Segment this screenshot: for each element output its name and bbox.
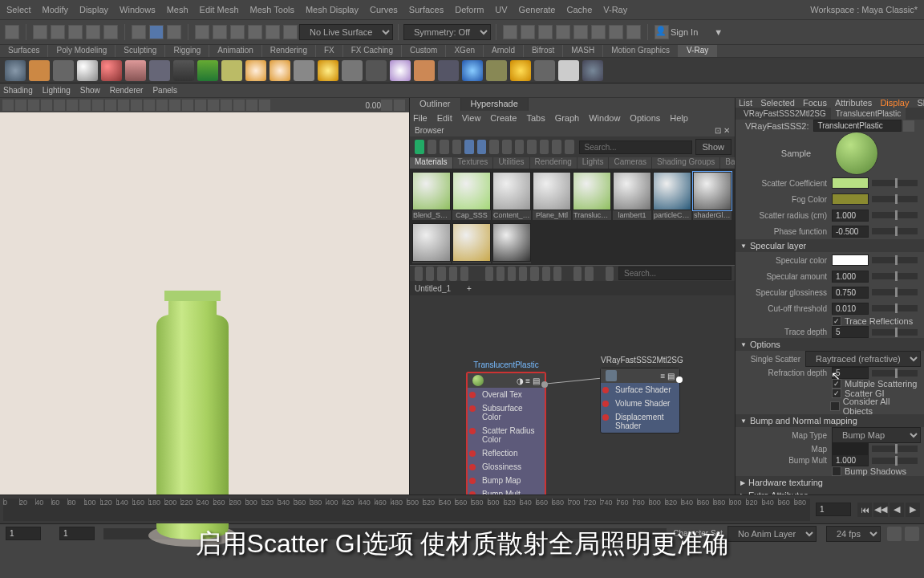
menu-meshdisplay[interactable]: Mesh Display: [306, 5, 359, 14]
vp-tool-3[interactable]: [28, 100, 39, 111]
bt-5[interactable]: [464, 140, 474, 154]
vp-tool-2[interactable]: [15, 100, 26, 111]
section-hw-texturing[interactable]: Hardware texturing: [736, 476, 924, 489]
material-grid[interactable]: Blend_Sham...Cap_SSSContent_Sha...Plane_…: [410, 169, 735, 265]
nt-6[interactable]: [485, 267, 493, 281]
node-input-port[interactable]: Glossiness: [468, 460, 545, 474]
fps-dropdown[interactable]: 24 fps: [826, 526, 881, 542]
snap-curve-icon[interactable]: [213, 25, 227, 39]
trace-reflections-checkbox[interactable]: [832, 316, 841, 326]
add-tab-button[interactable]: +: [467, 284, 472, 293]
nt-15[interactable]: [606, 267, 614, 281]
shelf-icon-2[interactable]: [29, 60, 50, 81]
nt-8[interactable]: [508, 267, 516, 281]
shelf-tab-anim[interactable]: Animation: [209, 45, 261, 57]
construction-icon[interactable]: [503, 25, 517, 39]
symmetry-dropdown[interactable]: Symmetry: Off: [403, 24, 491, 40]
shelf-icon-7[interactable]: [149, 60, 170, 81]
refr-depth-input[interactable]: [832, 367, 869, 379]
rewind-start-button[interactable]: ⏮: [857, 503, 872, 517]
shelf-icon-21[interactable]: [486, 60, 507, 81]
section-specular[interactable]: Specular layer: [736, 239, 924, 252]
live-surface-dropdown[interactable]: No Live Surface: [299, 24, 393, 40]
mat-tab-rendering[interactable]: Rendering: [530, 157, 578, 169]
select-tool-icon[interactable]: [132, 25, 146, 39]
single-scatter-dropdown[interactable]: Raytraced (refractive): [805, 351, 921, 367]
hs-menu-view[interactable]: View: [462, 113, 481, 123]
node-input-port[interactable]: Subsurface Color: [468, 401, 545, 424]
hs-menu-graph[interactable]: Graph: [555, 113, 580, 123]
signin-link[interactable]: Sign In: [671, 27, 698, 37]
vp-tool-17[interactable]: [208, 100, 219, 111]
hs-menu-help[interactable]: Help: [670, 113, 688, 123]
material-item[interactable]: Blend_Sham...: [412, 172, 451, 220]
current-frame-input[interactable]: [816, 503, 851, 516]
material-item[interactable]: Content_Sha...: [492, 172, 531, 220]
range-start-input[interactable]: [6, 527, 41, 540]
node-input-port[interactable]: Surface Shader: [601, 383, 679, 397]
shelf-red-sphere-icon[interactable]: [101, 60, 122, 81]
vp-tool-7[interactable]: [79, 100, 91, 111]
material-item[interactable]: Plane_Mtl: [533, 172, 571, 220]
ae-name-input[interactable]: [813, 120, 902, 132]
node-output-port[interactable]: [541, 381, 548, 388]
attr-slider[interactable]: [872, 273, 918, 279]
shelf-tab-custom[interactable]: Custom: [402, 45, 446, 57]
mat-tab-sg[interactable]: Shading Groups: [652, 157, 720, 169]
vp-menu-panels[interactable]: Panels: [152, 86, 177, 95]
ipr-icon[interactable]: [538, 25, 553, 39]
shelf-sun-icon[interactable]: [245, 60, 266, 81]
bt-10[interactable]: [527, 140, 537, 154]
nt-3[interactable]: [437, 267, 445, 281]
node-input-port[interactable]: Volume Shader: [601, 397, 679, 410]
shelf-sky-icon[interactable]: [270, 60, 290, 81]
play-back-button[interactable]: ◀: [890, 503, 904, 517]
lasso-tool-icon[interactable]: [149, 25, 164, 39]
menu-editmesh[interactable]: Edit Mesh: [200, 5, 239, 14]
vp-tool-8[interactable]: [92, 100, 103, 111]
node2-output-port[interactable]: [676, 377, 683, 383]
node-search-input[interactable]: [618, 267, 732, 280]
menu-display[interactable]: Display: [79, 5, 108, 14]
shelf-tab-vray[interactable]: V-Ray: [679, 45, 717, 57]
material-item[interactable]: Cap_SSS: [452, 172, 491, 220]
material-item[interactable]: [492, 223, 531, 263]
prefs-button[interactable]: [905, 527, 919, 541]
shelf-tab-arnold[interactable]: Arnold: [484, 45, 524, 57]
vp-tool-12[interactable]: [144, 100, 155, 111]
hs-menu-create[interactable]: Create: [490, 113, 517, 123]
shelf-tab-mash[interactable]: MASH: [563, 45, 603, 57]
shelf-material-icon[interactable]: [77, 60, 98, 81]
menu-mesh[interactable]: Mesh: [167, 5, 188, 14]
nt-2[interactable]: [426, 267, 434, 281]
nt-4[interactable]: [449, 267, 457, 281]
vp-tool-14[interactable]: [169, 100, 180, 111]
trace-depth-input[interactable]: [832, 326, 869, 338]
ae-tab-selected[interactable]: Selected: [760, 98, 795, 108]
material-item[interactable]: lambert1: [613, 172, 651, 220]
consider-all-checkbox[interactable]: [830, 401, 840, 411]
renderview-icon[interactable]: [573, 25, 588, 39]
bt-3[interactable]: [440, 140, 449, 154]
shelf-tab-sculpt[interactable]: Sculpting: [116, 45, 165, 57]
menu-generate[interactable]: Generate: [519, 5, 556, 14]
browser-search-input[interactable]: [579, 140, 692, 154]
node-input-port[interactable]: Bump Map: [468, 474, 545, 487]
mat-tab-materials[interactable]: Materials: [410, 157, 453, 169]
trace-depth-slider[interactable]: [872, 329, 918, 336]
outliner-tab[interactable]: Outliner: [410, 98, 461, 111]
vp-menu-lighting[interactable]: Lighting: [43, 86, 71, 95]
hs-menu-tabs[interactable]: Tabs: [526, 113, 545, 123]
browser-show-button[interactable]: Show: [695, 139, 732, 155]
material-item[interactable]: shaderGlow1: [693, 172, 732, 220]
move-tool-icon[interactable]: [167, 25, 181, 39]
section-options[interactable]: Options: [736, 338, 924, 351]
ae-subtab-material[interactable]: TranslucentPlastic: [831, 108, 906, 120]
vp-tool-4[interactable]: [41, 100, 52, 111]
shelf-icon-10[interactable]: [221, 60, 242, 81]
menu-surfaces[interactable]: Surfaces: [409, 5, 444, 14]
render-icon[interactable]: [521, 25, 535, 39]
snap-plane-icon[interactable]: [248, 25, 262, 39]
vp-tool-11[interactable]: [131, 100, 142, 111]
node-canvas[interactable]: TranslucentPlastic ◑ ≡ ▤ Overall TexSubs…: [410, 295, 735, 495]
